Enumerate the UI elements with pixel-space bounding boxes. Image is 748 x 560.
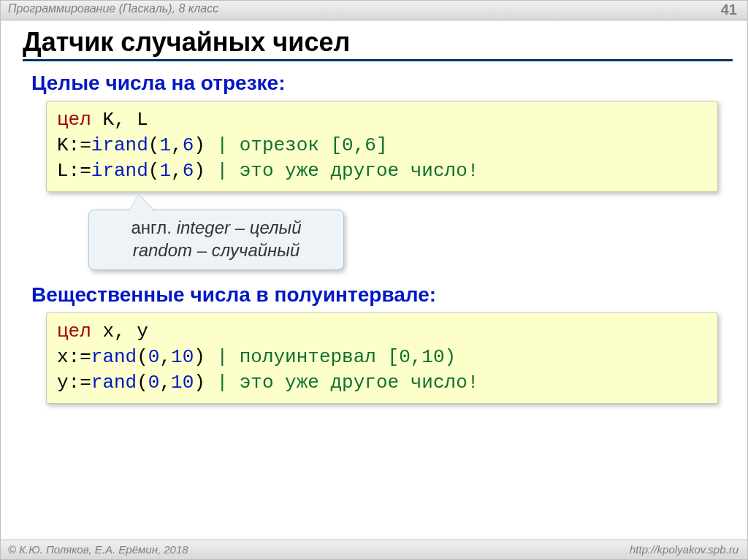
assign-k: K:=: [57, 134, 91, 156]
decl-vars: x, y: [91, 321, 148, 342]
comment-1: | отрезок [0,6]: [205, 134, 388, 156]
paren-open: (: [148, 134, 160, 156]
keyword: цел: [57, 321, 91, 342]
comment-2: | это уже другое число!: [205, 372, 478, 394]
section-2-label: Вещественные числа в полуинтервале:: [31, 283, 724, 307]
callout-tail-icon: [129, 194, 155, 212]
paren-close: ): [194, 346, 205, 368]
callout-note: англ. integer – целый random – случайный: [88, 210, 344, 269]
comment-2: | это уже другое число!: [205, 160, 478, 182]
section-1-label: Целые числа на отрезке:: [31, 72, 724, 95]
paren-open: (: [148, 160, 160, 182]
num-10: 10: [171, 346, 194, 368]
paren-close: ): [194, 160, 205, 182]
fn-irand: irand: [91, 134, 148, 156]
footer-link: http://kpolyakov.spb.ru: [630, 543, 739, 556]
assign-l: L:=: [57, 160, 91, 182]
note-line-1: англ. integer – целый: [99, 216, 333, 239]
num-10: 10: [171, 372, 194, 394]
decl-vars: K, L: [91, 109, 148, 131]
paren-close: ): [194, 372, 205, 394]
fn-rand: rand: [91, 372, 137, 394]
paren-close: ): [194, 134, 205, 156]
page-title: Датчик случайных чисел: [23, 27, 733, 58]
fn-rand: rand: [91, 346, 137, 368]
copyright-text: © К.Ю. Поляков, Е.А. Ерёмин, 2018: [8, 543, 188, 556]
title-rule: [23, 59, 733, 61]
keyword: цел: [57, 109, 91, 131]
comment-1: | полуинтервал [0,10): [205, 346, 456, 368]
header-bar: Программирование (Паскаль), 8 класс 41: [1, 1, 747, 20]
code-block-2: цел x, y x:=rand(0,10) | полуинтервал [0…: [46, 312, 718, 404]
num-6: 6: [183, 160, 194, 182]
comma: ,: [159, 346, 171, 368]
fn-irand: irand: [91, 160, 148, 182]
assign-y: y:=: [57, 372, 91, 394]
slide: Программирование (Паскаль), 8 класс 41 Д…: [0, 0, 748, 560]
num-1: 1: [159, 160, 171, 182]
note-line-2: random – случайный: [99, 239, 333, 261]
num-6: 6: [183, 134, 194, 156]
page-number: 41: [721, 1, 737, 18]
breadcrumb: Программирование (Паскаль), 8 класс: [8, 2, 218, 15]
num-0: 0: [148, 346, 160, 368]
num-0: 0: [148, 372, 160, 394]
comma: ,: [171, 134, 183, 156]
footer-bar: © К.Ю. Поляков, Е.А. Ерёмин, 2018 http:/…: [1, 540, 747, 559]
assign-x: x:=: [57, 346, 91, 368]
comma: ,: [171, 160, 183, 182]
comma: ,: [159, 372, 171, 394]
content-area: Датчик случайных чисел Целые числа на от…: [23, 23, 733, 413]
num-1: 1: [159, 134, 171, 156]
paren-open: (: [137, 346, 148, 368]
code-block-1: цел K, L K:=irand(1,6) | отрезок [0,6] L…: [46, 101, 718, 192]
paren-open: (: [137, 372, 148, 394]
